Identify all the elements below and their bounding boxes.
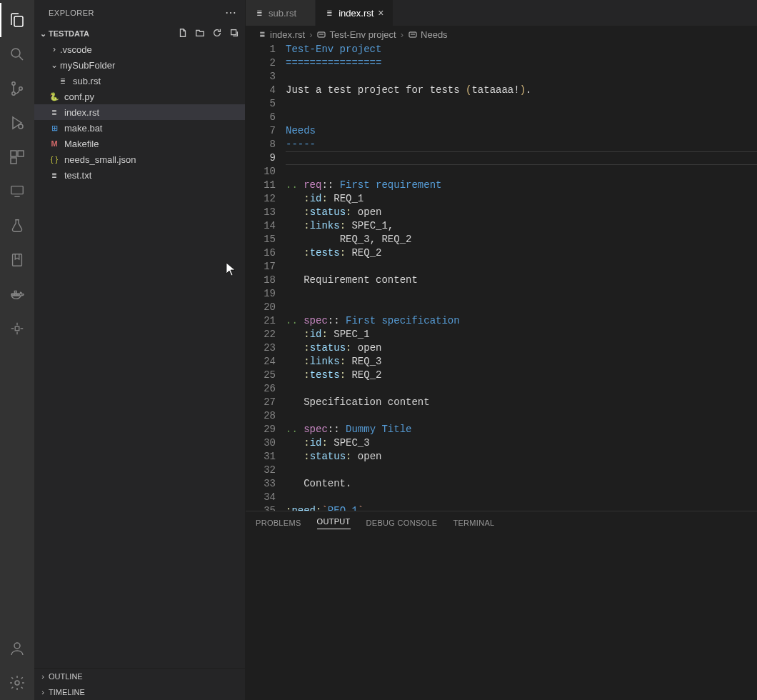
activity-settings[interactable] bbox=[0, 666, 34, 700]
code-area[interactable]: 1234567891011121314151617181920212223242… bbox=[246, 43, 757, 511]
svg-rect-6 bbox=[18, 151, 24, 156]
folder-.vscode[interactable]: ›.vscode bbox=[34, 41, 245, 57]
panel-tab-terminal[interactable]: TERMINAL bbox=[453, 519, 494, 527]
activity-testing[interactable] bbox=[0, 209, 34, 243]
activity-search[interactable] bbox=[0, 37, 34, 71]
code-line-16[interactable]: :tests: REQ_2 bbox=[286, 246, 757, 260]
code-line-20[interactable] bbox=[286, 301, 757, 314]
code-line-19[interactable] bbox=[286, 287, 757, 301]
code-line-14[interactable]: :links: SPEC_1, bbox=[286, 219, 757, 233]
svg-rect-9 bbox=[13, 254, 22, 266]
code-line-24[interactable]: :links: REQ_3 bbox=[286, 355, 757, 369]
activity-source-control[interactable] bbox=[0, 71, 34, 106]
breadcrumb-item[interactable]: Test-Env project bbox=[329, 29, 396, 40]
activity-bookmarks[interactable] bbox=[0, 243, 34, 277]
sidebar-more-icon[interactable]: ⋯ bbox=[225, 7, 237, 19]
explorer-root-header[interactable]: ⌄ TESTDATA bbox=[34, 26, 245, 41]
svg-point-16 bbox=[15, 681, 19, 685]
panel-tab-debug-console[interactable]: DEBUG CONSOLE bbox=[366, 519, 438, 527]
file-index.rst[interactable]: ≣index.rst bbox=[34, 104, 245, 120]
panel-tab-problems[interactable]: PROBLEMS bbox=[256, 519, 301, 527]
breadcrumbs[interactable]: ≣index.rst›Test-Env project›Needs bbox=[246, 26, 757, 43]
editor-tabs: ≣sub.rst×≣index.rst× bbox=[246, 0, 757, 26]
panel-body bbox=[246, 534, 757, 700]
file-test.txt[interactable]: ≣test.txt bbox=[34, 167, 245, 183]
code-line-35[interactable]: :need:`REQ_1` bbox=[286, 504, 757, 511]
code-line-22[interactable]: :id: SPEC_1 bbox=[286, 328, 757, 341]
activity-docker[interactable] bbox=[0, 277, 34, 311]
file-make.bat[interactable]: ⊞make.bat bbox=[34, 120, 245, 136]
outline-label: OUTLINE bbox=[49, 672, 83, 681]
svg-rect-7 bbox=[11, 158, 16, 164]
refresh-icon[interactable] bbox=[212, 28, 222, 39]
svg-point-0 bbox=[11, 49, 20, 57]
code-line-13[interactable]: :status: open bbox=[286, 206, 757, 219]
activity-remote[interactable] bbox=[0, 174, 34, 209]
code-line-15[interactable]: REQ_3, REQ_2 bbox=[286, 233, 757, 246]
code-line-30[interactable]: :id: SPEC_3 bbox=[286, 436, 757, 450]
activity-extensions[interactable] bbox=[0, 140, 34, 174]
bottom-panel: PROBLEMSOUTPUTDEBUG CONSOLETERMINAL bbox=[246, 511, 757, 700]
code-line-21[interactable]: .. spec:: First specification bbox=[286, 314, 757, 328]
code-line-8[interactable]: ----- bbox=[286, 138, 757, 151]
code-line-10[interactable] bbox=[286, 165, 757, 179]
breadcrumb-item[interactable]: index.rst bbox=[270, 29, 305, 40]
explorer-actions bbox=[178, 28, 239, 39]
folder-mySubFolder[interactable]: ⌄mySubFolder bbox=[34, 57, 245, 73]
code-line-17[interactable] bbox=[286, 260, 757, 274]
symbol-icon bbox=[316, 29, 326, 39]
code-line-33[interactable]: Content. bbox=[286, 477, 757, 491]
code-line-31[interactable]: :status: open bbox=[286, 450, 757, 464]
code-line-9[interactable] bbox=[286, 151, 757, 165]
svg-point-1 bbox=[12, 82, 15, 85]
new-file-icon[interactable] bbox=[178, 28, 188, 39]
code-line-2[interactable]: ================ bbox=[286, 56, 757, 70]
file-Makefile[interactable]: MMakefile bbox=[34, 136, 245, 151]
chevron-right-icon: › bbox=[309, 29, 312, 40]
code-line-4[interactable]: Just a test project for tests (tataaaa!)… bbox=[286, 84, 757, 97]
code-line-32[interactable] bbox=[286, 464, 757, 477]
code-line-6[interactable] bbox=[286, 111, 757, 124]
timeline-section[interactable]: › TIMELINE bbox=[34, 684, 245, 700]
code-line-29[interactable]: .. spec:: Dummy Title bbox=[286, 423, 757, 436]
code-line-26[interactable] bbox=[286, 382, 757, 396]
code-line-25[interactable]: :tests: REQ_2 bbox=[286, 369, 757, 382]
collapse-all-icon[interactable] bbox=[229, 28, 239, 39]
breadcrumb-item[interactable]: Needs bbox=[421, 29, 448, 40]
chevron-down-icon: ⌄ bbox=[49, 60, 60, 70]
code-line-5[interactable] bbox=[286, 97, 757, 111]
code-line-7[interactable]: Needs bbox=[286, 124, 757, 138]
code-line-3[interactable] bbox=[286, 70, 757, 84]
file-icon: ≣ bbox=[254, 8, 264, 18]
code-line-11[interactable]: .. req:: First requirement bbox=[286, 179, 757, 192]
file-sub.rst[interactable]: ≣sub.rst bbox=[34, 73, 245, 89]
svg-rect-13 bbox=[14, 291, 16, 293]
activity-run-debug[interactable] bbox=[0, 106, 34, 140]
code-line-18[interactable]: Requirement content bbox=[286, 274, 757, 287]
line-gutter: 1234567891011121314151617181920212223242… bbox=[246, 43, 286, 511]
code-line-27[interactable]: Specification content bbox=[286, 396, 757, 409]
code-line-1[interactable]: Test-Env project bbox=[286, 43, 757, 56]
sidebar-title: EXPLORER bbox=[49, 9, 94, 17]
tab-sub.rst[interactable]: ≣sub.rst× bbox=[246, 0, 316, 26]
activity-account[interactable] bbox=[0, 631, 34, 666]
code-line-34[interactable] bbox=[286, 491, 757, 504]
code-line-12[interactable]: :id: REQ_1 bbox=[286, 192, 757, 206]
activity-custom[interactable] bbox=[0, 311, 34, 346]
activity-explorer[interactable] bbox=[0, 3, 34, 37]
svg-rect-17 bbox=[231, 30, 236, 35]
code-line-28[interactable] bbox=[286, 409, 757, 423]
new-folder-icon[interactable] bbox=[195, 28, 205, 39]
close-icon[interactable]: × bbox=[378, 7, 383, 19]
panel-tab-output[interactable]: OUTPUT bbox=[317, 517, 351, 529]
outline-section[interactable]: › OUTLINE bbox=[34, 669, 245, 684]
file-needs_small.json[interactable]: { }needs_small.json bbox=[34, 151, 245, 167]
code-content[interactable]: Test-Env project================ Just a … bbox=[286, 43, 757, 511]
panel-tabs: PROBLEMSOUTPUTDEBUG CONSOLETERMINAL bbox=[246, 511, 757, 534]
code-line-23[interactable]: :status: open bbox=[286, 341, 757, 355]
sidebar: EXPLORER ⋯ ⌄ TESTDATA ›.vscode⌄mySubFold… bbox=[34, 0, 246, 700]
file-icon: ≣ bbox=[324, 8, 334, 18]
chevron-right-icon: › bbox=[37, 688, 49, 696]
tab-index.rst[interactable]: ≣index.rst× bbox=[316, 0, 393, 26]
file-conf.py[interactable]: 🐍conf.py bbox=[34, 89, 245, 104]
